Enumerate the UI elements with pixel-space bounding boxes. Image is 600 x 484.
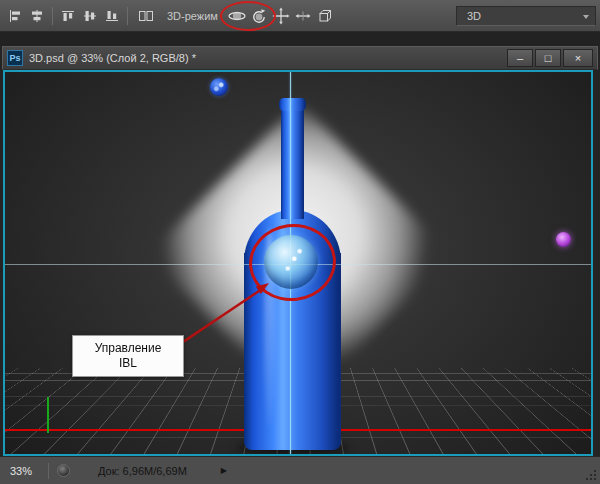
workspace-selector[interactable]: 3D: [456, 6, 596, 26]
bottle-lip: [279, 98, 306, 111]
status-options-icon[interactable]: [57, 464, 70, 477]
status-bar: 33% Док: 6,96M/6,69M ▶: [0, 456, 600, 484]
zoom-3d-camera-icon[interactable]: [314, 4, 336, 28]
pan-3d-camera-icon[interactable]: [270, 4, 292, 28]
arrange-documents-icon[interactable]: [132, 4, 160, 28]
resize-grip[interactable]: [583, 467, 597, 481]
close-button[interactable]: ×: [563, 49, 593, 67]
align-bottom-edges-icon[interactable]: [101, 4, 123, 28]
align-left-edges-icon[interactable]: [4, 4, 26, 28]
ibl-callout-label: Управление IBL: [72, 335, 184, 377]
statusbar-separator: [48, 463, 49, 479]
window-controls: – □ ×: [507, 49, 593, 67]
canvas-3d-view[interactable]: Управление IBL: [3, 70, 593, 456]
photoshop-window: 3D-режим 3D Ps 3D.psd @ 33% (Слой 2, RG: [0, 0, 600, 484]
zoom-level-field[interactable]: 33%: [10, 465, 44, 477]
callout-line-2: IBL: [119, 356, 137, 371]
light-widget-blue[interactable]: [210, 78, 228, 96]
callout-line-1: Управление: [95, 341, 162, 356]
chevron-down-icon: [583, 15, 589, 19]
document-size-info: Док: 6,96M/6,69M: [98, 465, 187, 477]
toolbar-separator: [52, 7, 53, 25]
maximize-button[interactable]: □: [535, 49, 561, 67]
minimize-button[interactable]: –: [507, 49, 533, 67]
bottle-neck: [281, 107, 304, 219]
options-toolbar: 3D-режим 3D: [0, 0, 600, 32]
workspace-label: 3D: [467, 10, 481, 22]
toolbar-separator: [127, 7, 128, 25]
photoshop-file-icon: Ps: [7, 50, 23, 66]
status-flyout-button[interactable]: ▶: [221, 466, 227, 475]
roll-3d-camera-icon[interactable]: [248, 4, 270, 28]
align-horizontal-centers-icon[interactable]: [26, 4, 48, 28]
light-widget-purple[interactable]: [556, 232, 571, 247]
slide-3d-camera-icon[interactable]: [292, 4, 314, 28]
align-vertical-centers-icon[interactable]: [79, 4, 101, 28]
document-title: 3D.psd @ 33% (Слой 2, RGB/8) *: [29, 52, 507, 64]
3d-nav-highlight-group: [226, 4, 270, 28]
align-top-edges-icon[interactable]: [57, 4, 79, 28]
y-axis-line: [47, 397, 49, 433]
document-titlebar[interactable]: Ps 3D.psd @ 33% (Слой 2, RGB/8) * – □ ×: [2, 46, 598, 70]
3d-mode-label: 3D-режим: [167, 10, 218, 22]
ibl-light-widget[interactable]: [264, 235, 318, 289]
orbit-3d-camera-icon[interactable]: [226, 4, 248, 28]
workspace-background: [0, 32, 600, 46]
